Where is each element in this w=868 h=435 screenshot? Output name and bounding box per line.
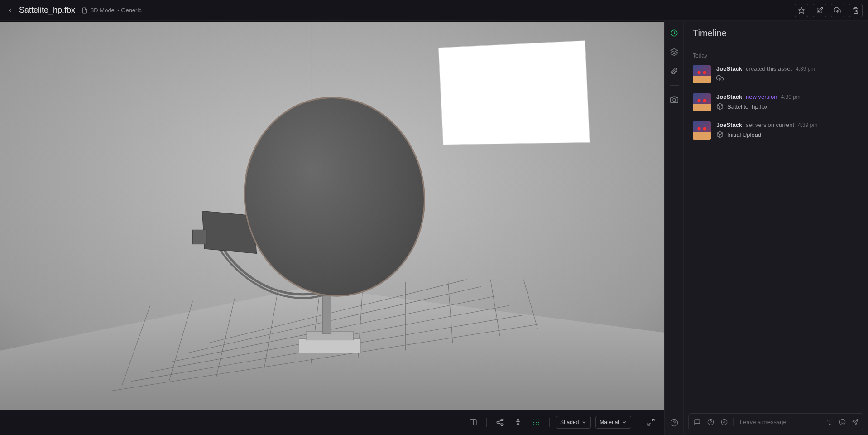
- rail-timeline-button[interactable]: [668, 27, 680, 39]
- back-button[interactable]: [5, 6, 14, 15]
- svg-point-46: [538, 422, 539, 423]
- message-square-icon: [694, 419, 700, 425]
- grid-button[interactable]: [529, 416, 543, 429]
- svg-point-54: [673, 99, 676, 102]
- side-rail: [664, 21, 683, 435]
- upload-button[interactable]: [831, 4, 844, 17]
- rail-camera-button[interactable]: [668, 94, 680, 106]
- layers-icon: [670, 48, 678, 56]
- entry-action: set version current: [746, 121, 794, 128]
- paperclip-icon: [670, 67, 678, 75]
- cube-icon: [716, 131, 724, 138]
- svg-point-61: [721, 419, 727, 425]
- person-icon: [514, 418, 522, 426]
- trash-icon: [852, 7, 859, 14]
- svg-line-35: [499, 420, 501, 422]
- shading-dropdown[interactable]: Shaded: [556, 416, 591, 429]
- composer-comment-button[interactable]: [691, 416, 702, 427]
- asset-type: 3D Model - Generic: [82, 7, 142, 14]
- file-icon: [82, 7, 88, 14]
- check-circle-icon: [721, 419, 728, 425]
- svg-marker-0: [798, 7, 804, 13]
- entry-user: JoeStack: [716, 121, 742, 128]
- split-view-button[interactable]: [466, 416, 480, 429]
- viewer-toolbar: Shaded Material: [0, 410, 664, 435]
- svg-point-33: [501, 424, 503, 426]
- svg-rect-26: [193, 230, 207, 244]
- asset-title: Sattelite_hp.fbx: [19, 5, 75, 15]
- entry-time: 4:39 pm: [781, 94, 800, 100]
- timeline-entry[interactable]: JoeStack new version 4:39 pm Sattelite_h…: [693, 90, 859, 118]
- section-today-label: Today: [684, 47, 868, 62]
- chevron-down-icon: [581, 420, 587, 425]
- avatar: [693, 121, 711, 140]
- material-dropdown[interactable]: Material: [595, 416, 631, 429]
- message-input[interactable]: [737, 419, 821, 425]
- chevron-left-icon: [7, 7, 13, 14]
- fullscreen-button[interactable]: [644, 416, 658, 429]
- composer-text-format-button[interactable]: [824, 416, 835, 427]
- text-icon: [826, 419, 833, 425]
- separator: [733, 418, 734, 426]
- entry-user: JoeStack: [716, 93, 742, 100]
- entry-action: created this asset: [746, 65, 792, 72]
- 3d-viewport[interactable]: [0, 22, 664, 410]
- rig-button[interactable]: [511, 416, 525, 429]
- svg-point-47: [533, 424, 534, 425]
- svg-point-41: [533, 420, 534, 420]
- rail-help-button[interactable]: [668, 417, 680, 429]
- rail-layers-button[interactable]: [668, 46, 680, 58]
- expand-icon: [647, 418, 655, 426]
- avatar: [693, 65, 711, 83]
- send-icon: [852, 419, 858, 425]
- svg-point-45: [536, 422, 537, 423]
- cloud-upload-icon: [716, 75, 724, 82]
- entry-subtext: Initial Upload: [727, 131, 761, 138]
- svg-point-36: [517, 419, 518, 420]
- separator: [670, 403, 679, 403]
- smile-icon: [839, 419, 846, 425]
- shading-label: Shaded: [560, 419, 579, 425]
- avatar: [693, 93, 711, 111]
- clock-icon: [670, 29, 678, 37]
- svg-point-42: [536, 420, 537, 420]
- entry-time: 4:39 pm: [796, 66, 815, 72]
- separator: [549, 418, 550, 427]
- timeline-panel: Timeline Today JoeStack created this ass…: [683, 21, 868, 435]
- svg-point-64: [839, 419, 845, 425]
- entry-time: 4:39 pm: [798, 122, 817, 128]
- svg-line-40: [518, 423, 519, 425]
- svg-line-51: [648, 423, 650, 425]
- composer-emoji-button[interactable]: [837, 416, 848, 427]
- edit-icon: [816, 7, 823, 14]
- separator: [638, 418, 638, 427]
- svg-line-34: [499, 423, 501, 424]
- grid-dots-icon: [532, 418, 540, 426]
- timeline-entries: JoeStack created this asset 4:39 pm: [684, 62, 868, 409]
- timeline-entry[interactable]: JoeStack created this asset 4:39 pm: [693, 62, 859, 90]
- composer-help-button[interactable]: [705, 416, 716, 427]
- edit-button[interactable]: [813, 4, 826, 17]
- columns-icon: [469, 418, 477, 426]
- entry-user: JoeStack: [716, 65, 742, 72]
- message-composer: [688, 413, 863, 430]
- svg-point-44: [533, 422, 534, 423]
- separator: [670, 85, 679, 86]
- composer-approve-button[interactable]: [719, 416, 729, 427]
- svg-marker-4: [438, 41, 590, 145]
- composer-send-button[interactable]: [849, 416, 860, 427]
- svg-rect-22: [299, 338, 360, 353]
- favorite-button[interactable]: [795, 4, 808, 17]
- timeline-entry[interactable]: JoeStack set version current 4:39 pm Ini…: [693, 118, 859, 146]
- share-button[interactable]: [493, 416, 507, 429]
- cube-icon: [716, 103, 724, 110]
- rail-attachments-button[interactable]: [668, 65, 680, 77]
- cloud-upload-icon: [834, 7, 841, 14]
- star-icon: [798, 7, 805, 14]
- delete-button[interactable]: [849, 4, 863, 17]
- svg-line-50: [652, 419, 654, 421]
- svg-marker-53: [671, 49, 677, 53]
- asset-type-label: 3D Model - Generic: [91, 7, 142, 14]
- svg-point-49: [538, 424, 539, 425]
- help-icon: [670, 419, 678, 427]
